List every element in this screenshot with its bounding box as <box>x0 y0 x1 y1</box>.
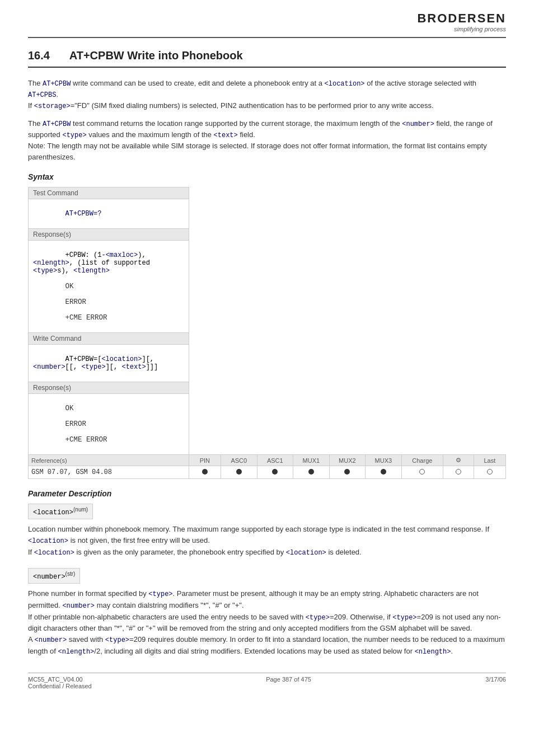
ref-col-header-asc0: ASC0 <box>221 455 257 466</box>
test-response-label: Response(s) <box>29 229 189 241</box>
intro-para2: The AT+CPBW test command returns the loc… <box>28 118 506 162</box>
location-ref-2: <location> <box>101 355 142 363</box>
type-ref-3: <type> <box>81 363 105 371</box>
location-inline-2: <location> <box>34 549 74 557</box>
param-number-name: <number>(str) <box>28 568 80 584</box>
write-response-code-row: OK ERROR +CME ERROR <box>29 394 506 455</box>
type-inline-2: <type> <box>306 614 330 622</box>
nlength-ref-1: <nlength> <box>33 259 69 267</box>
section-heading: AT+CPBW Write into Phonebook <box>69 49 243 62</box>
ok-2: OK <box>65 405 74 412</box>
test-cmd-text: AT+CPBW=? <box>65 210 102 218</box>
location-inline-3: <location> <box>286 549 326 557</box>
ref-col-header-0: Reference(s) <box>29 455 189 466</box>
write-command-code: AT+CPBW=[<location>][, <number>[[, <type… <box>29 345 189 382</box>
at-cpbs-ref: AT+CPBS <box>28 91 56 99</box>
number-ref-1: <number> <box>402 120 434 128</box>
ref-data-row: GSM 07.07, GSM 04.08 <box>29 466 506 479</box>
cme-error-2: +CME ERROR <box>65 436 107 444</box>
type-inline-1: <type> <box>148 590 172 598</box>
param-location-box: <location>(num) <box>28 504 506 524</box>
last-dot <box>487 469 493 475</box>
ref-header-row: Reference(s) PIN ASC0 ASC1 MUX1 MUX2 MUX… <box>29 455 506 466</box>
type-ref-1: <type> <box>62 132 86 139</box>
ref-col-header-gear: ⚙ <box>443 455 474 466</box>
write-command-label-row: Write Command <box>29 333 506 345</box>
page-header: BRODERSEN simplifying process <box>28 11 506 38</box>
ref-dot-asc0 <box>221 466 257 479</box>
test-response-code-row: +CPBW: (1-<maxloc>), <nlength>, (list of… <box>29 241 506 333</box>
storage-ref: <storage> <box>34 102 71 110</box>
cme-error-1: +CME ERROR <box>65 314 107 322</box>
text-ref-1: <text> <box>214 132 238 139</box>
ref-data-name: GSM 07.07, GSM 04.08 <box>29 466 189 479</box>
type-inline-4: <type> <box>105 636 129 644</box>
test-response-label-row: Response(s) <box>29 229 506 241</box>
location-ref-1: <location> <box>325 80 365 88</box>
location-inline-1: <location> <box>28 537 68 545</box>
mux2-dot <box>344 469 350 475</box>
footer-doc-id: MC55_ATC_V04.00 <box>28 676 92 683</box>
page: BRODERSEN simplifying process 16.4 AT+CP… <box>0 0 534 701</box>
section-title: 16.4 AT+CPBW Write into Phonebook <box>28 49 506 68</box>
logo-text: BRODERSEN <box>417 11 506 26</box>
param-desc-heading: Parameter Description <box>28 489 506 498</box>
gear-dot <box>456 469 461 475</box>
ref-dot-last <box>474 466 505 479</box>
ref-dot-gear <box>443 466 474 479</box>
mux3-dot <box>381 469 386 475</box>
param-location-sup: (num) <box>73 506 88 513</box>
maxloc-ref: <maxloc> <box>106 251 138 259</box>
write-response-code: OK ERROR +CME ERROR <box>29 394 189 455</box>
test-command-label-row: Test Command <box>29 187 506 199</box>
param-location-name: <location>(num) <box>28 504 93 519</box>
nlength-inline-2: <nlength> <box>415 648 451 656</box>
at-cpbw-ref-1: AT+CPBW <box>43 80 71 88</box>
ok-1: OK <box>65 283 74 290</box>
ref-col-header-mux3: MUX3 <box>366 455 402 466</box>
param-location-desc: Location number within phonebook memory.… <box>28 524 506 558</box>
test-response-code: +CPBW: (1-<maxloc>), <nlength>, (list of… <box>29 241 189 333</box>
text-ref-2: <text> <box>121 363 146 371</box>
nlength-inline: <nlength> <box>58 648 95 656</box>
type-ref-2: <type> <box>33 267 57 275</box>
param-number-sup: (str) <box>65 571 76 577</box>
param-number-desc: Phone number in format specified by <typ… <box>28 588 506 657</box>
write-response-label-row: Response(s) <box>29 382 506 394</box>
charge-dot <box>419 469 425 475</box>
param-location-block: <location>(num) Location number within p… <box>28 504 506 558</box>
ref-dot-pin <box>189 466 221 479</box>
asc1-dot <box>272 469 278 475</box>
logo-area: BRODERSEN simplifying process <box>417 11 506 32</box>
asc0-dot <box>236 469 242 475</box>
footer-left: MC55_ATC_V04.00 Confidential / Released <box>28 676 92 689</box>
error-1: ERROR <box>65 298 87 306</box>
mux1-dot <box>308 469 314 475</box>
write-command-label: Write Command <box>29 333 189 345</box>
footer-date: 3/17/06 <box>485 676 506 689</box>
pin-dot <box>202 469 208 475</box>
tlength-ref: <tlength> <box>73 267 110 275</box>
syntax-heading: Syntax <box>28 172 506 181</box>
param-number-box: <number>(str) <box>28 568 506 588</box>
ref-col-header-asc1: ASC1 <box>257 455 293 466</box>
number-ref-2: <number> <box>33 363 65 371</box>
ref-col-header-pin: PIN <box>189 455 221 466</box>
syntax-table: Test Command AT+CPBW=? Response(s) +CPBW… <box>28 187 506 479</box>
ref-dot-charge <box>401 466 443 479</box>
test-command-label: Test Command <box>29 187 189 199</box>
ref-col-header-mux2: MUX2 <box>329 455 366 466</box>
param-number-block: <number>(str) Phone number in format spe… <box>28 568 506 657</box>
page-footer: MC55_ATC_V04.00 Confidential / Released … <box>28 673 506 689</box>
write-command-code-row: AT+CPBW=[<location>][, <number>[[, <type… <box>29 345 506 382</box>
ref-dot-mux2 <box>329 466 366 479</box>
ref-col-header-last: Last <box>474 455 505 466</box>
ref-dot-mux1 <box>293 466 330 479</box>
error-2: ERROR <box>65 420 87 428</box>
ref-col-header-mux1: MUX1 <box>293 455 330 466</box>
number-inline-1: <number> <box>62 602 95 610</box>
logo-tagline: simplifying process <box>417 26 506 32</box>
number-inline-2: <number> <box>35 636 67 644</box>
footer-center: Page 387 of 475 <box>266 676 311 689</box>
intro-para1: The AT+CPBW write command can be used to… <box>28 78 506 111</box>
